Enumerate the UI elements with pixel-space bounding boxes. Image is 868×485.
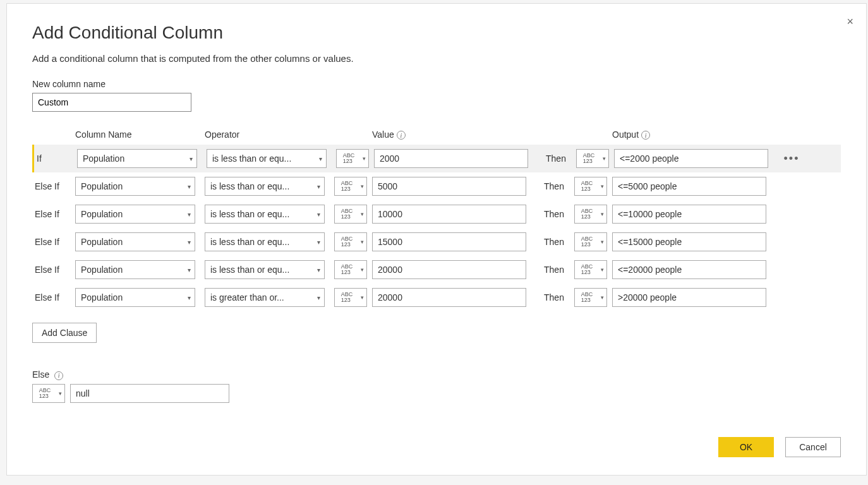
clause-keyword: Else If: [35, 181, 59, 191]
chevron-down-icon: ▾: [361, 267, 364, 273]
clause-row: Else If Population▾ is less than or equ.…: [32, 200, 841, 228]
new-column-name-input[interactable]: [32, 93, 191, 112]
header-operator: Operator: [205, 129, 334, 140]
clauses-grid: Column Name Operator Valuei Outputi If P…: [32, 128, 841, 311]
add-conditional-column-dialog: × Add Conditional Column Add a condition…: [6, 3, 867, 476]
chevron-down-icon: ▾: [317, 294, 320, 301]
clause-keyword: Else If: [35, 237, 59, 247]
chevron-down-icon: ▾: [188, 239, 191, 246]
clause-row: Else If Population▾ is less than or equ.…: [32, 228, 841, 256]
header-value: Valuei: [372, 129, 534, 140]
clause-row: If Population▾ is less than or equ...▾ A…: [32, 145, 841, 172]
clause-keyword: Else If: [35, 292, 59, 302]
clause-row: Else If Population▾ is less than or equ.…: [32, 172, 841, 200]
clause-keyword: Else If: [35, 209, 59, 219]
output-input[interactable]: [614, 149, 768, 168]
value-type-dropdown[interactable]: ABC123 ▾: [334, 260, 367, 279]
output-input[interactable]: [612, 177, 766, 196]
operator-dropdown[interactable]: is greater than or...▾: [205, 288, 325, 307]
then-label: Then: [546, 153, 566, 164]
output-type-dropdown[interactable]: ABC123 ▾: [576, 149, 609, 168]
value-type-dropdown[interactable]: ABC123 ▾: [334, 177, 367, 196]
grid-headers: Column Name Operator Valuei Outputi: [32, 128, 841, 141]
chevron-down-icon: ▾: [601, 295, 604, 301]
value-type-dropdown[interactable]: ABC123 ▾: [334, 232, 367, 251]
chevron-down-icon: ▾: [190, 155, 193, 162]
new-column-name-label: New column name: [32, 79, 841, 89]
value-input[interactable]: [372, 205, 526, 224]
output-input[interactable]: [612, 232, 766, 251]
output-input[interactable]: [612, 288, 766, 307]
chevron-down-icon: ▾: [601, 267, 604, 273]
then-label: Then: [544, 237, 564, 247]
output-input[interactable]: [612, 260, 766, 279]
close-icon[interactable]: ×: [847, 15, 853, 28]
ok-button[interactable]: OK: [718, 437, 774, 457]
clause-row: Else If Population▾ is less than or equ.…: [32, 256, 841, 284]
else-value-input[interactable]: [70, 384, 229, 403]
dialog-title: Add Conditional Column: [32, 23, 841, 43]
output-input[interactable]: [612, 205, 766, 224]
value-input[interactable]: [372, 288, 526, 307]
else-type-dropdown[interactable]: ABC123 ▾: [32, 384, 65, 403]
info-icon[interactable]: i: [641, 131, 650, 140]
more-options-icon[interactable]: •••: [784, 152, 800, 165]
value-input[interactable]: [372, 260, 526, 279]
output-type-dropdown[interactable]: ABC123 ▾: [574, 205, 607, 224]
column-name-dropdown[interactable]: Population▾: [75, 288, 195, 307]
chevron-down-icon: ▾: [319, 155, 322, 162]
value-input[interactable]: [372, 177, 526, 196]
chevron-down-icon: ▾: [317, 211, 320, 218]
operator-dropdown[interactable]: is less than or equ...▾: [205, 205, 325, 224]
column-name-dropdown[interactable]: Population▾: [75, 232, 195, 251]
value-input[interactable]: [374, 149, 528, 168]
output-type-dropdown[interactable]: ABC123 ▾: [574, 288, 607, 307]
then-label: Then: [544, 181, 564, 191]
cancel-button[interactable]: Cancel: [785, 437, 841, 457]
info-icon[interactable]: i: [397, 131, 406, 140]
header-output: Outputi: [612, 129, 774, 140]
column-name-dropdown[interactable]: Population▾: [75, 205, 195, 224]
value-type-dropdown[interactable]: ABC123 ▾: [334, 288, 367, 307]
operator-dropdown[interactable]: is less than or equ...▾: [205, 177, 325, 196]
then-label: Then: [544, 209, 564, 219]
chevron-down-icon: ▾: [361, 239, 364, 245]
chevron-down-icon: ▾: [363, 156, 366, 162]
header-column-name: Column Name: [75, 129, 205, 140]
chevron-down-icon: ▾: [603, 156, 606, 162]
operator-dropdown[interactable]: is less than or equ...▾: [207, 149, 327, 168]
column-name-dropdown[interactable]: Population▾: [77, 149, 197, 168]
operator-dropdown[interactable]: is less than or equ...▾: [205, 260, 325, 279]
chevron-down-icon: ▾: [601, 239, 604, 245]
value-input[interactable]: [372, 232, 526, 251]
chevron-down-icon: ▾: [361, 295, 364, 301]
output-type-dropdown[interactable]: ABC123 ▾: [574, 232, 607, 251]
operator-dropdown[interactable]: is less than or equ...▾: [205, 232, 325, 251]
chevron-down-icon: ▾: [361, 212, 364, 217]
dialog-subtitle: Add a conditional column that is compute…: [32, 53, 841, 64]
chevron-down-icon: ▾: [361, 184, 364, 189]
then-label: Then: [544, 265, 564, 275]
value-type-dropdown[interactable]: ABC123 ▾: [336, 149, 369, 168]
chevron-down-icon: ▾: [188, 266, 191, 273]
column-name-dropdown[interactable]: Population▾: [75, 260, 195, 279]
info-icon[interactable]: i: [54, 371, 63, 380]
chevron-down-icon: ▾: [601, 212, 604, 217]
chevron-down-icon: ▾: [188, 294, 191, 301]
value-type-dropdown[interactable]: ABC123 ▾: [334, 205, 367, 224]
chevron-down-icon: ▾: [59, 390, 62, 396]
else-section: Else i ABC123 ▾: [32, 369, 841, 403]
then-label: Then: [544, 292, 564, 302]
chevron-down-icon: ▾: [317, 266, 320, 273]
output-type-dropdown[interactable]: ABC123 ▾: [574, 260, 607, 279]
chevron-down-icon: ▾: [317, 239, 320, 246]
chevron-down-icon: ▾: [317, 183, 320, 190]
chevron-down-icon: ▾: [188, 211, 191, 218]
else-label: Else i: [32, 369, 841, 380]
clause-row: Else If Population▾ is greater than or..…: [32, 284, 841, 311]
column-name-dropdown[interactable]: Population▾: [75, 177, 195, 196]
clause-keyword: If: [37, 153, 42, 164]
clause-keyword: Else If: [35, 265, 59, 275]
output-type-dropdown[interactable]: ABC123 ▾: [574, 177, 607, 196]
add-clause-button[interactable]: Add Clause: [32, 323, 97, 343]
